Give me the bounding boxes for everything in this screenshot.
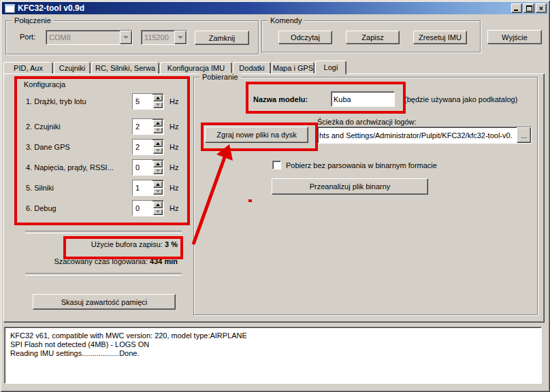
model-name-input[interactable] bbox=[331, 91, 395, 107]
log-line: Reading IMU settings..................Do… bbox=[10, 349, 536, 358]
app-icon bbox=[5, 4, 15, 13]
archive-path-field: hts and Settings/Administrator/Pulpit/KF… bbox=[317, 127, 532, 144]
connection-group: Połączenie Port: COM8 115200 Zamknij bbox=[5, 20, 259, 54]
konfiguracja-label: Konfiguracja bbox=[24, 80, 65, 88]
frequency-input[interactable] bbox=[133, 201, 152, 216]
tab-konfiguracja-imu[interactable]: Konfiguracja IMU bbox=[160, 62, 232, 74]
log-time-value: 434 min bbox=[150, 257, 178, 265]
baud-dropdown-button[interactable] bbox=[174, 31, 187, 44]
arrow-down-icon bbox=[156, 190, 160, 193]
config-row-label: 4. Napięcia, prądy, RSSI... bbox=[26, 163, 114, 172]
read-button[interactable]: Odczytaj bbox=[278, 31, 332, 44]
frequency-input[interactable] bbox=[133, 94, 152, 109]
config-row-label: 1. Drążki, tryb lotu bbox=[26, 97, 86, 105]
connection-group-label: Połączenie bbox=[12, 16, 54, 24]
minimize-button[interactable] bbox=[511, 3, 522, 13]
frequency-spinner bbox=[132, 139, 164, 155]
arrow-up-icon bbox=[156, 183, 160, 186]
frequency-input[interactable] bbox=[133, 119, 152, 134]
binary-download-checkbox-label: Pobierz bez parsowania w binarnym formac… bbox=[286, 161, 437, 169]
spin-up-button[interactable] bbox=[153, 95, 163, 101]
arrow-down-icon bbox=[156, 103, 160, 106]
spin-down-button[interactable] bbox=[153, 127, 163, 134]
annotation-dot bbox=[248, 199, 252, 202]
minimize-icon bbox=[514, 10, 518, 11]
baud-combobox[interactable]: 115200 bbox=[141, 30, 187, 45]
separator bbox=[25, 231, 182, 233]
spin-up-button[interactable] bbox=[153, 181, 163, 188]
window-controls: × bbox=[511, 3, 547, 13]
disconnect-button[interactable]: Zamknij bbox=[195, 31, 249, 45]
dropdown-arrow-icon bbox=[178, 36, 183, 39]
log-output[interactable]: KFC32 v61, compatible with MWC version: … bbox=[4, 327, 542, 384]
pobieranie-group-label: Pobieranie bbox=[199, 73, 241, 81]
config-row-label: 2. Czujniki bbox=[26, 122, 61, 131]
exit-button[interactable]: Wyjście bbox=[487, 30, 542, 44]
maximize-icon bbox=[526, 5, 532, 12]
buffer-usage-label: Użycie bufora zapisu: bbox=[91, 240, 163, 248]
log-time-label: Szacowany czas logowania: bbox=[54, 257, 148, 265]
dropdown-arrow-icon bbox=[123, 36, 129, 39]
model-name-label: Nazwa modelu: bbox=[253, 95, 308, 103]
logi-tab-page: Konfiguracja 1. Drążki, tryb lotu Hz 2. … bbox=[3, 74, 545, 323]
close-icon: × bbox=[539, 5, 543, 12]
arrow-up-icon bbox=[156, 97, 160, 99]
erase-memory-button[interactable]: Skasuj zawartość pamięci bbox=[33, 294, 176, 310]
buffer-usage-value: 3 % bbox=[165, 240, 178, 248]
spin-down-button[interactable] bbox=[153, 189, 163, 195]
analyze-binary-button[interactable]: Przeanalizuj plik binarny bbox=[272, 178, 428, 195]
archive-path-value[interactable]: hts and Settings/Administrator/Pulpit/KF… bbox=[318, 127, 517, 143]
spin-down-button[interactable] bbox=[153, 102, 163, 109]
browse-button[interactable]: ... bbox=[517, 127, 531, 143]
arrow-down-icon bbox=[156, 169, 160, 172]
tab-rc-silniki-serwa[interactable]: RC, Silniki, Serwa bbox=[91, 62, 159, 74]
tab-logi[interactable]: Logi bbox=[315, 61, 346, 74]
reset-imu-button[interactable]: Zresetuj IMU bbox=[413, 31, 467, 44]
baud-value: 115200 bbox=[142, 31, 174, 44]
spin-up-button[interactable] bbox=[153, 120, 163, 127]
tab-dodatki[interactable]: Dodatki bbox=[233, 62, 271, 74]
spin-up-button[interactable] bbox=[153, 161, 163, 167]
unit-label: Hz bbox=[169, 184, 178, 192]
frequency-spinner bbox=[132, 159, 164, 176]
config-row-label: 6. Debug bbox=[26, 204, 56, 212]
frequency-spinner bbox=[132, 118, 164, 135]
arrow-up-icon bbox=[156, 163, 160, 165]
port-combobox[interactable]: COM8 bbox=[46, 30, 133, 45]
frequency-spinner bbox=[132, 200, 164, 216]
frequency-spinner bbox=[132, 180, 164, 196]
unit-label: Hz bbox=[169, 97, 178, 105]
download-files-button[interactable]: Zgraj nowe pliki na dysk bbox=[205, 127, 308, 143]
spin-up-button[interactable] bbox=[153, 201, 163, 208]
pobieranie-group: Pobieranie Nazwa modelu: (będzie używana… bbox=[193, 77, 538, 315]
port-label: Port: bbox=[20, 33, 35, 41]
port-dropdown-button[interactable] bbox=[120, 31, 132, 44]
frequency-spinner bbox=[132, 93, 164, 110]
commands-group-label: Komendy bbox=[268, 16, 304, 24]
frequency-input[interactable] bbox=[133, 180, 152, 195]
frequency-input[interactable] bbox=[133, 140, 152, 154]
port-value: COM8 bbox=[46, 31, 120, 44]
titlebar[interactable]: KFC32-tool v0.9d × bbox=[2, 2, 548, 14]
spin-down-button[interactable] bbox=[153, 209, 163, 216]
commands-group: Komendy Odczytaj Zapisz Zresetuj IMU bbox=[261, 20, 481, 52]
archive-path-label: Ścieżka do archwizacji logów: bbox=[317, 118, 417, 126]
log-time-text: Szacowany czas logowania: 434 min bbox=[31, 257, 178, 265]
tab-pid-aux[interactable]: PID, Aux bbox=[3, 62, 53, 74]
arrow-up-icon bbox=[156, 203, 160, 206]
write-button[interactable]: Zapisz bbox=[346, 31, 400, 44]
log-line: KFC32 v61, compatible with MWC version: … bbox=[10, 331, 536, 340]
frequency-input[interactable] bbox=[133, 160, 152, 175]
arrow-down-icon bbox=[156, 149, 160, 152]
tab-bar: PID, Aux Czujniki RC, Silniki, Serwa Kon… bbox=[3, 60, 347, 74]
tab-mapa-i-gps[interactable]: Mapa i GPS bbox=[272, 62, 314, 74]
spin-down-button[interactable] bbox=[153, 168, 163, 175]
tab-czujniki[interactable]: Czujniki bbox=[54, 62, 91, 74]
close-button[interactable]: × bbox=[536, 3, 547, 13]
maximize-button[interactable] bbox=[523, 3, 534, 13]
binary-download-checkbox[interactable] bbox=[272, 161, 281, 169]
spin-down-button[interactable] bbox=[153, 148, 163, 154]
arrow-down-icon bbox=[156, 210, 160, 213]
log-line: SPI Flash not detected (4MB) - LOGS ON bbox=[10, 340, 536, 349]
spin-up-button[interactable] bbox=[153, 140, 163, 147]
